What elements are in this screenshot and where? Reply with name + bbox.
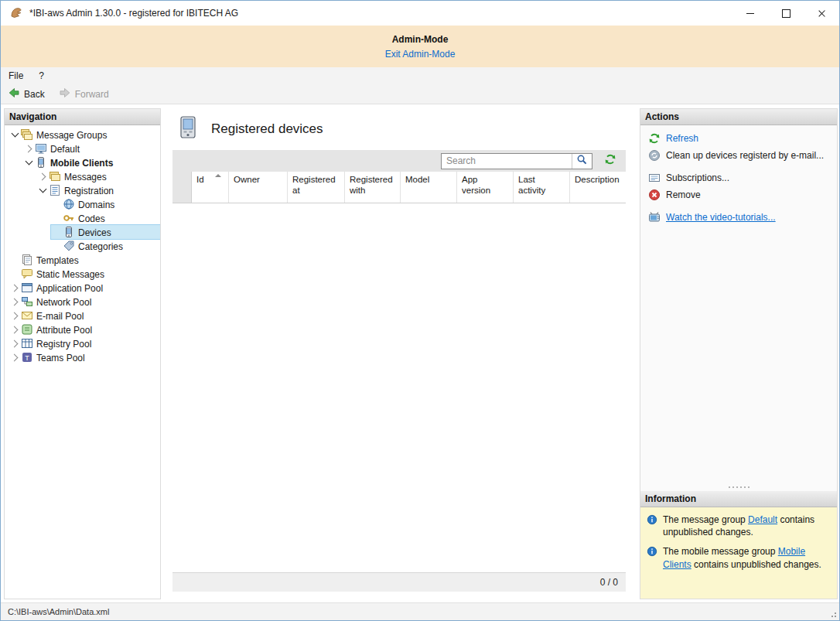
refresh-table-button[interactable] [603, 153, 618, 169]
app-icon [9, 6, 23, 20]
search-box [441, 153, 592, 169]
tree-item-registration[interactable]: Registration [5, 183, 160, 197]
info-text-prefix: The message group [663, 514, 748, 525]
subscriptions-icon [648, 172, 661, 184]
tree-item-devices[interactable]: Devices [5, 225, 160, 239]
tree-item-default[interactable]: Default [5, 142, 160, 155]
forward-icon [59, 87, 71, 101]
tree-item-teams-pool[interactable]: T Teams Pool [5, 350, 160, 364]
page-title: Registered devices [211, 121, 323, 137]
tree-item-label: Message Groups [33, 129, 110, 141]
registration-icon [49, 184, 61, 196]
column-header-owner[interactable]: Owner [229, 172, 288, 203]
maximize-button[interactable] [768, 1, 804, 26]
status-file-path: C:\IBI-aws\Admin\Data.xml [8, 607, 109, 616]
chevron-down-icon[interactable] [37, 183, 48, 197]
action-label: Clean up devices registerd by e-mail... [666, 150, 824, 161]
chevron-right-icon[interactable] [9, 281, 20, 295]
resize-grip[interactable] [828, 609, 836, 617]
chevron-right-icon[interactable] [9, 295, 20, 309]
tree-item-attribute-pool[interactable]: Attribute Pool [5, 322, 160, 336]
teams-pool-icon: T [21, 351, 33, 363]
close-button[interactable] [804, 1, 839, 26]
action-subscriptions[interactable]: Subscriptions... [640, 170, 837, 186]
column-header-registered-at[interactable]: Registered at [288, 172, 345, 203]
admin-mode-title: Admin-Mode [1, 34, 839, 45]
column-header-last-activity[interactable]: Last activity [514, 172, 570, 203]
chevron-right-icon[interactable] [9, 336, 20, 350]
action-watch-tutorials[interactable]: Watch the video-tutorials... [640, 210, 837, 225]
tree-item-static-messages[interactable]: Static Messages [5, 267, 160, 281]
chevron-right-icon[interactable] [9, 322, 20, 336]
sort-ascending-icon [215, 174, 221, 177]
info-link-default[interactable]: Default [748, 514, 777, 525]
column-header-registered-with[interactable]: Registered with [345, 172, 401, 203]
info-icon [647, 546, 657, 557]
back-button[interactable]: Back [1, 85, 52, 104]
cleanup-icon [648, 149, 661, 162]
column-label: App version [462, 175, 490, 195]
minimize-button[interactable] [732, 1, 768, 26]
chevron-right-icon[interactable] [9, 350, 20, 364]
action-label: Remove [666, 189, 701, 200]
search-input[interactable] [442, 154, 572, 169]
codes-icon [63, 212, 75, 224]
column-label: Registered with [350, 175, 393, 195]
tree-item-label: Templates [33, 254, 82, 266]
forward-button[interactable]: Forward [52, 85, 116, 104]
remove-icon [648, 189, 661, 201]
tree-item-application-pool[interactable]: Application Pool [5, 281, 160, 295]
info-text-suffix: contains unpublished changes. [691, 559, 821, 570]
messages-icon [49, 170, 61, 183]
tree-item-mobile-clients[interactable]: Mobile Clients [5, 155, 160, 169]
column-header-app-version[interactable]: App version [457, 172, 514, 203]
tree-item-email-pool[interactable]: E-mail Pool [5, 309, 160, 322]
tree-item-messages[interactable]: Messages [5, 169, 160, 183]
back-icon [8, 87, 20, 101]
column-label: Id [196, 175, 204, 184]
chevron-down-icon[interactable] [23, 155, 34, 169]
app-window: *IBI-aws Admin 1.30.0 - registered for I… [0, 0, 840, 621]
search-bar [172, 150, 626, 172]
chevron-placeholder [51, 211, 62, 225]
registry-pool-icon [21, 337, 33, 350]
tree-item-categories[interactable]: Categories [5, 239, 160, 253]
tree-item-registry-pool[interactable]: Registry Pool [5, 336, 160, 350]
tree-item-message-groups[interactable]: Message Groups [5, 128, 160, 142]
chevron-down-icon[interactable] [9, 128, 20, 142]
exit-admin-mode-link[interactable]: Exit Admin-Mode [385, 49, 456, 60]
chevron-right-icon[interactable] [23, 142, 34, 155]
chevron-right-icon[interactable] [37, 169, 48, 183]
tree-item-codes[interactable]: Codes [5, 211, 160, 225]
tv-icon [648, 211, 661, 223]
main-title-row: Registered devices [172, 108, 626, 150]
mobile-clients-icon [35, 156, 47, 169]
tree-item-network-pool[interactable]: Network Pool [5, 295, 160, 309]
tree-item-domains[interactable]: Domains [5, 197, 160, 211]
tree-item-label: Registry Pool [33, 338, 94, 350]
panel-splitter-handle[interactable] [640, 483, 837, 491]
network-pool-icon [21, 295, 33, 308]
column-header-model[interactable]: Model [401, 172, 457, 203]
column-header-description[interactable]: Description [570, 172, 626, 203]
search-button[interactable] [572, 154, 592, 169]
admin-mode-banner: Admin-Mode Exit Admin-Mode [1, 26, 839, 67]
action-remove[interactable]: Remove [640, 187, 837, 203]
tree-item-label: Attribute Pool [33, 324, 95, 336]
back-label: Back [24, 89, 45, 100]
action-refresh[interactable]: Refresh [640, 131, 837, 146]
info-icon [647, 514, 657, 525]
tree-item-templates[interactable]: Templates [5, 253, 160, 267]
menu-help[interactable]: ? [31, 67, 52, 84]
status-bar: C:\IBI-aws\Admin\Data.xml [1, 602, 839, 620]
chevron-placeholder [51, 239, 62, 253]
column-header-id[interactable]: Id [192, 172, 229, 203]
chevron-right-icon[interactable] [9, 309, 20, 322]
table-corner-cell [172, 172, 192, 203]
menu-file[interactable]: File [1, 67, 31, 84]
chevron-placeholder [51, 225, 62, 239]
close-icon [818, 9, 826, 18]
table-body-empty [172, 203, 626, 572]
action-cleanup-devices[interactable]: Clean up devices registerd by e-mail... [640, 148, 837, 163]
static-messages-icon [21, 268, 33, 280]
